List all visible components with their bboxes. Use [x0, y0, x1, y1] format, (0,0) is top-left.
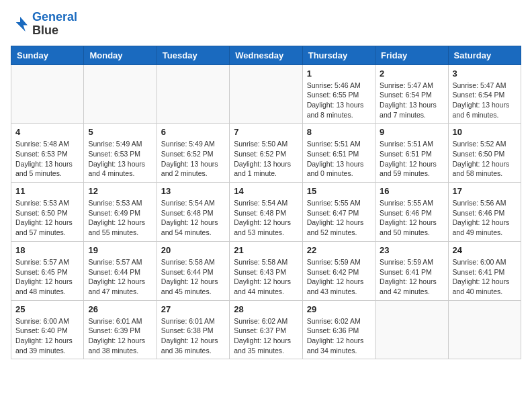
calendar-cell: 2Sunrise: 5:47 AM Sunset: 6:54 PM Daylig… — [375, 64, 448, 124]
calendar-cell: 20Sunrise: 5:58 AM Sunset: 6:44 PM Dayli… — [157, 241, 229, 300]
day-info: Sunrise: 5:49 AM Sunset: 6:52 PM Dayligh… — [161, 139, 225, 179]
day-number: 7 — [234, 127, 298, 137]
calendar-cell — [448, 300, 521, 359]
day-number: 25 — [15, 304, 79, 314]
calendar-week-5: 25Sunrise: 6:00 AM Sunset: 6:40 PM Dayli… — [11, 300, 521, 359]
calendar-cell: 18Sunrise: 5:57 AM Sunset: 6:45 PM Dayli… — [11, 241, 84, 300]
day-number: 16 — [380, 186, 443, 196]
day-number: 11 — [15, 186, 79, 196]
calendar-cell: 11Sunrise: 5:53 AM Sunset: 6:50 PM Dayli… — [11, 183, 84, 242]
calendar-cell: 3Sunrise: 5:47 AM Sunset: 6:54 PM Daylig… — [448, 64, 521, 124]
day-info: Sunrise: 5:55 AM Sunset: 6:46 PM Dayligh… — [380, 198, 443, 238]
day-number: 4 — [15, 127, 79, 137]
calendar-cell: 5Sunrise: 5:49 AM Sunset: 6:53 PM Daylig… — [84, 124, 157, 183]
calendar-cell: 8Sunrise: 5:51 AM Sunset: 6:51 PM Daylig… — [302, 124, 375, 183]
calendar-cell: 15Sunrise: 5:55 AM Sunset: 6:47 PM Dayli… — [302, 183, 375, 242]
day-info: Sunrise: 5:48 AM Sunset: 6:53 PM Dayligh… — [15, 139, 79, 179]
calendar-cell: 9Sunrise: 5:51 AM Sunset: 6:51 PM Daylig… — [375, 124, 448, 183]
calendar-cell: 27Sunrise: 6:01 AM Sunset: 6:38 PM Dayli… — [157, 300, 229, 359]
day-info: Sunrise: 5:49 AM Sunset: 6:53 PM Dayligh… — [88, 139, 152, 179]
day-info: Sunrise: 5:59 AM Sunset: 6:42 PM Dayligh… — [307, 257, 371, 297]
day-number: 8 — [307, 127, 371, 137]
day-number: 13 — [161, 186, 225, 196]
day-info: Sunrise: 6:01 AM Sunset: 6:39 PM Dayligh… — [88, 316, 152, 356]
day-number: 26 — [88, 304, 152, 314]
day-number: 18 — [15, 245, 79, 255]
col-header-thursday: Thursday — [302, 46, 375, 64]
day-number: 23 — [380, 245, 443, 255]
day-number: 3 — [453, 68, 517, 79]
calendar-cell: 13Sunrise: 5:54 AM Sunset: 6:48 PM Dayli… — [157, 183, 229, 242]
day-info: Sunrise: 6:02 AM Sunset: 6:36 PM Dayligh… — [307, 316, 371, 356]
calendar-cell: 7Sunrise: 5:50 AM Sunset: 6:52 PM Daylig… — [230, 124, 302, 183]
col-header-sunday: Sunday — [11, 46, 84, 64]
day-number: 28 — [234, 304, 298, 314]
day-info: Sunrise: 5:58 AM Sunset: 6:43 PM Dayligh… — [234, 257, 298, 297]
page-header: GeneralBlue — [11, 11, 521, 38]
calendar-cell: 1Sunrise: 5:46 AM Sunset: 6:55 PM Daylig… — [302, 64, 375, 124]
day-number: 5 — [88, 127, 152, 137]
calendar-cell — [157, 64, 229, 124]
calendar-table: SundayMondayTuesdayWednesdayThursdayFrid… — [11, 46, 521, 360]
day-number: 21 — [234, 245, 298, 255]
calendar-cell: 4Sunrise: 5:48 AM Sunset: 6:53 PM Daylig… — [11, 124, 84, 183]
day-info: Sunrise: 5:50 AM Sunset: 6:52 PM Dayligh… — [234, 139, 298, 179]
day-info: Sunrise: 5:54 AM Sunset: 6:48 PM Dayligh… — [234, 198, 298, 238]
day-number: 22 — [307, 245, 371, 255]
logo: GeneralBlue — [11, 11, 77, 38]
day-number: 15 — [307, 186, 371, 196]
day-number: 19 — [88, 245, 152, 255]
day-info: Sunrise: 5:55 AM Sunset: 6:47 PM Dayligh… — [307, 198, 371, 238]
calendar-cell — [230, 64, 302, 124]
calendar-week-2: 4Sunrise: 5:48 AM Sunset: 6:53 PM Daylig… — [11, 124, 521, 183]
day-info: Sunrise: 5:58 AM Sunset: 6:44 PM Dayligh… — [161, 257, 225, 297]
day-info: Sunrise: 5:52 AM Sunset: 6:50 PM Dayligh… — [453, 139, 517, 179]
day-number: 12 — [88, 186, 152, 196]
calendar-cell: 26Sunrise: 6:01 AM Sunset: 6:39 PM Dayli… — [84, 300, 157, 359]
day-info: Sunrise: 6:00 AM Sunset: 6:40 PM Dayligh… — [15, 316, 79, 356]
calendar-cell: 16Sunrise: 5:55 AM Sunset: 6:46 PM Dayli… — [375, 183, 448, 242]
day-info: Sunrise: 5:57 AM Sunset: 6:44 PM Dayligh… — [88, 257, 152, 297]
day-number: 10 — [453, 127, 517, 137]
calendar-cell — [11, 64, 84, 124]
logo-text: GeneralBlue — [32, 11, 77, 38]
calendar-cell: 23Sunrise: 5:59 AM Sunset: 6:41 PM Dayli… — [375, 241, 448, 300]
day-info: Sunrise: 5:56 AM Sunset: 6:46 PM Dayligh… — [453, 198, 517, 238]
day-number: 17 — [453, 186, 517, 196]
day-info: Sunrise: 6:00 AM Sunset: 6:41 PM Dayligh… — [453, 257, 517, 297]
calendar-cell: 22Sunrise: 5:59 AM Sunset: 6:42 PM Dayli… — [302, 241, 375, 300]
day-number: 2 — [380, 68, 443, 79]
day-number: 20 — [161, 245, 225, 255]
day-info: Sunrise: 5:53 AM Sunset: 6:49 PM Dayligh… — [88, 198, 152, 238]
day-number: 9 — [380, 127, 443, 137]
svg-marker-0 — [16, 17, 28, 32]
day-info: Sunrise: 5:59 AM Sunset: 6:41 PM Dayligh… — [380, 257, 443, 297]
day-number: 24 — [453, 245, 517, 255]
day-info: Sunrise: 5:51 AM Sunset: 6:51 PM Dayligh… — [380, 139, 443, 179]
calendar-week-3: 11Sunrise: 5:53 AM Sunset: 6:50 PM Dayli… — [11, 183, 521, 242]
day-info: Sunrise: 5:46 AM Sunset: 6:55 PM Dayligh… — [307, 81, 371, 120]
calendar-cell: 24Sunrise: 6:00 AM Sunset: 6:41 PM Dayli… — [448, 241, 521, 300]
col-header-friday: Friday — [375, 46, 448, 64]
day-info: Sunrise: 6:01 AM Sunset: 6:38 PM Dayligh… — [161, 316, 225, 356]
col-header-monday: Monday — [84, 46, 157, 64]
calendar-cell: 14Sunrise: 5:54 AM Sunset: 6:48 PM Dayli… — [230, 183, 302, 242]
day-number: 27 — [161, 304, 225, 314]
calendar-header-row: SundayMondayTuesdayWednesdayThursdayFrid… — [11, 46, 521, 64]
calendar-cell: 19Sunrise: 5:57 AM Sunset: 6:44 PM Dayli… — [84, 241, 157, 300]
calendar-cell: 10Sunrise: 5:52 AM Sunset: 6:50 PM Dayli… — [448, 124, 521, 183]
day-info: Sunrise: 5:54 AM Sunset: 6:48 PM Dayligh… — [161, 198, 225, 238]
day-number: 29 — [307, 304, 371, 314]
calendar-cell: 17Sunrise: 5:56 AM Sunset: 6:46 PM Dayli… — [448, 183, 521, 242]
calendar-cell: 12Sunrise: 5:53 AM Sunset: 6:49 PM Dayli… — [84, 183, 157, 242]
day-info: Sunrise: 5:53 AM Sunset: 6:50 PM Dayligh… — [15, 198, 79, 238]
calendar-cell: 29Sunrise: 6:02 AM Sunset: 6:36 PM Dayli… — [302, 300, 375, 359]
calendar-cell — [84, 64, 157, 124]
day-number: 1 — [307, 68, 371, 79]
calendar-cell: 6Sunrise: 5:49 AM Sunset: 6:52 PM Daylig… — [157, 124, 229, 183]
day-info: Sunrise: 5:51 AM Sunset: 6:51 PM Dayligh… — [307, 139, 371, 179]
day-info: Sunrise: 5:47 AM Sunset: 6:54 PM Dayligh… — [453, 81, 517, 120]
logo-icon — [11, 15, 30, 34]
calendar-week-4: 18Sunrise: 5:57 AM Sunset: 6:45 PM Dayli… — [11, 241, 521, 300]
day-info: Sunrise: 5:57 AM Sunset: 6:45 PM Dayligh… — [15, 257, 79, 297]
